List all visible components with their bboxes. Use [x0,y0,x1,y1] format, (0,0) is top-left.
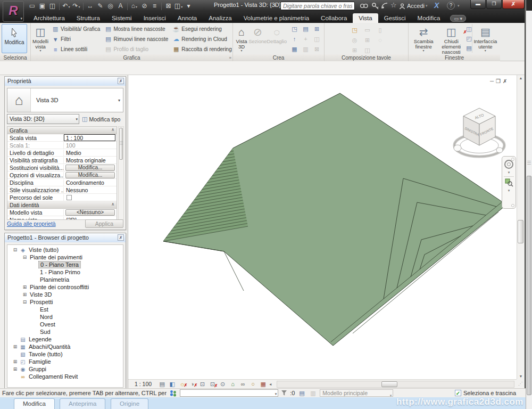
cascade-windows-icon[interactable]: ◰ [466,34,471,43]
key-icon[interactable] [371,2,380,10]
property-value[interactable]: Coordinamento [64,179,117,186]
filters-button[interactable]: ▼ Filtri [51,34,101,44]
tree-item-legende[interactable]: ▤ Legende [7,336,123,343]
expander-icon[interactable]: ⊟ [21,255,28,260]
tab-sistemi[interactable]: Sistemi [106,13,138,23]
blog-tab-origine[interactable]: Origine [111,398,148,409]
expander-icon[interactable]: ⊟ [21,299,28,305]
switch-windows-icon[interactable]: ◫ [174,2,183,11]
edit-overrides-button[interactable]: Modifica... [65,165,115,171]
tab-collabora[interactable]: Collabora [315,13,353,23]
editable-only-icon[interactable]: ▤ [297,390,306,397]
show-hidden-lines-button[interactable]: ▤ Mostra linee nascoste [103,24,169,34]
view-close-icon[interactable]: ✗ [503,78,509,84]
tab-gestisci[interactable]: Gestisci [378,13,412,23]
property-row[interactable]: Opzioni di visualizza... Modifica... [7,171,117,179]
steering-wheel-icon[interactable] [504,160,513,169]
exchange-apps-icon[interactable]: X [434,1,439,10]
favorites-star-icon[interactable]: ☆ [390,1,397,9]
search-input[interactable] [280,2,355,10]
view-restore-icon[interactable]: ❐ [496,78,503,84]
tree-item-sud[interactable]: Sud [7,328,123,336]
tab-struttura[interactable]: Struttura [71,13,106,23]
view-template-button[interactable]: <Nessuno> [65,209,115,216]
user-interface-button[interactable]: ▤ Interfaccia utente ▾ [472,24,498,53]
collapse-icon[interactable]: ∧ [111,202,114,207]
blog-tab-anteprima[interactable]: Anteprima [60,398,105,409]
compass-west-knob[interactable] [454,145,461,151]
properties-header[interactable]: Proprietà ✗ [5,77,126,86]
expander-icon[interactable]: ⊞ [21,284,28,290]
tree-item-viste-3d[interactable]: ⊞ Viste 3D [7,291,123,298]
sun-path-icon[interactable]: ☼ [178,381,186,387]
property-row[interactable]: Percorso del sole [7,194,117,201]
select-drag-checkbox[interactable]: ✓ [455,390,461,396]
navbar-options-icon[interactable] [511,204,514,207]
viewcube[interactable]: ALTO SINISTRA FRONTE [451,99,508,159]
view-selector-dropdown[interactable]: Vista 3D: {3D} ▾ [7,114,79,124]
temporary-hide-icon[interactable]: ⌂ [229,381,237,387]
property-row[interactable]: Sostituzioni visibilità... Modifica... [7,164,117,171]
chevron-down-icon[interactable]: ▾ [458,4,460,8]
tag-icon[interactable]: ◎ [106,2,115,11]
customize-qat-icon[interactable]: ▾ [184,2,193,11]
render-gallery-button[interactable]: ▦ Raccolta di rendering [171,44,233,54]
properties-help-link[interactable]: Guida alle proprietà [7,220,56,227]
tab-architettura[interactable]: Architettura [28,13,71,23]
collapse-left-icon[interactable]: ◂ [269,382,271,387]
expander-icon[interactable]: ⊞ [12,359,19,364]
property-row[interactable]: Livello di dettaglio Medio [7,149,117,157]
close-hidden-button[interactable]: ◫ Chiudi elementi nascosti [437,24,466,55]
property-value[interactable]: Mostra originale [64,157,117,163]
property-value[interactable]: Nessuno [64,187,117,193]
view-scale-button[interactable]: 1 : 100 [135,381,152,387]
locked-view-icon[interactable]: ⊙ [219,381,227,388]
close-icon[interactable]: ✗ [118,234,124,241]
active-model-dropdown[interactable]: Modello principale ▾ [320,389,393,397]
tree-item-tavole[interactable]: ▧ Tavole (tutto) [7,350,123,358]
drafting-view-icon[interactable]: ▤ [300,24,311,34]
plot-icon[interactable]: ◫ [48,2,57,11]
close-button[interactable]: ✗ [502,0,525,9]
view-list-icon[interactable]: ▦ [289,44,300,54]
navigation-bar[interactable]: ▾ ▾ [502,156,516,209]
property-row[interactable]: Disciplina Coordinamento [7,179,117,186]
displacement-icon[interactable]: ▦ [259,381,267,388]
search-icon[interactable] [360,2,368,10]
default-3d-view-icon[interactable]: ⌂ [130,2,139,11]
chevron-down-icon[interactable]: ▾ [508,189,510,193]
tab-inserisci[interactable]: Inserisci [138,13,172,23]
chevron-down-icon[interactable]: ▾ [115,98,123,103]
undo-icon[interactable]: ↶ [62,2,71,11]
worksets-icon[interactable] [169,390,177,397]
replicate-window-icon[interactable]: ▤ [466,43,471,53]
expander-icon[interactable]: ⊞ [21,292,28,297]
view-window-controls[interactable]: ─❐✗ [490,78,509,84]
communication-center-icon[interactable] [381,2,389,10]
close-hidden-windows-icon[interactable]: ⊠ [164,2,173,11]
property-value[interactable]: 1 : 100 [64,134,115,141]
zoom-icon[interactable] [505,178,513,187]
compass-south-knob[interactable] [496,148,503,153]
view-minimize-icon[interactable]: ─ [490,78,496,84]
tree-item-controsoffitti[interactable]: ⊞ Piante dei controsoffitti [7,283,123,291]
shadows-icon[interactable]: ◑ [188,381,196,387]
3d-view-button[interactable]: ⌂ Vista 3D ▾ [235,24,248,53]
apply-button[interactable]: Applica [85,219,123,228]
tree-item-famiglie[interactable]: ⊞ ◰ Famiglie [7,358,123,365]
filter-icon[interactable] [281,390,287,396]
tree-item-prospetti[interactable]: ⊟ Prospetti [7,298,123,306]
panel-label[interactable]: Crea [233,54,324,61]
analytical-model-icon[interactable]: ○ [249,381,257,387]
section-icon[interactable]: ⊘ [140,2,149,11]
ribbon-state-toggle-icon[interactable]: ▭ ▾ [450,15,466,22]
sun-path-checkbox[interactable] [66,195,72,200]
property-row[interactable]: Visibilità stratigrafia Mostra originale [7,157,117,164]
tab-annota[interactable]: Annota [172,13,203,23]
open-icon[interactable]: ▭ [28,2,37,11]
tree-item-planimetria[interactable]: Planimetria [7,276,123,283]
tree-item-est[interactable]: Est [7,306,123,313]
tab-volumetrie[interactable]: Volumetrie e planimetria [238,13,315,23]
property-row[interactable]: Scala 1: 100 [7,142,117,149]
help-icon[interactable]: ? [447,2,455,10]
